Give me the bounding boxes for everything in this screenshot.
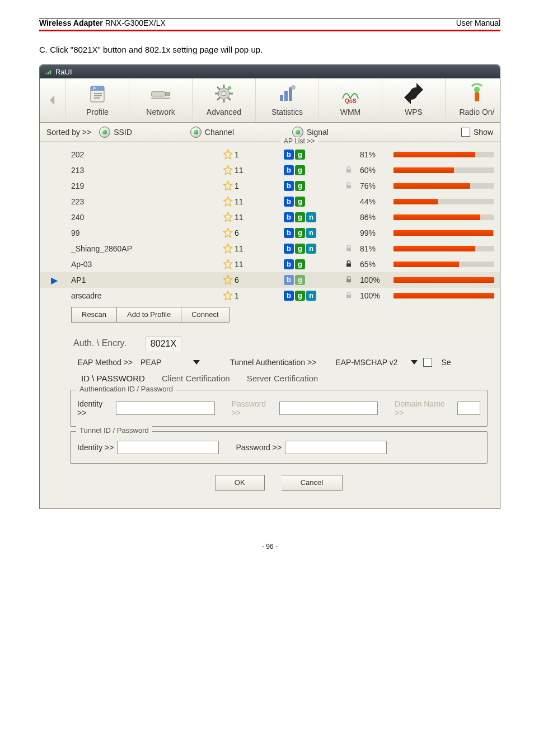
sort-ssid-radio[interactable] (99, 127, 110, 138)
ap-row[interactable]: ▶AP16bg100% (40, 272, 500, 288)
ap-channel: 1 (222, 290, 284, 301)
window-title: RaUI (55, 68, 72, 76)
show-checkbox[interactable] (461, 128, 470, 137)
nav-wps[interactable]: WPS (382, 78, 446, 122)
signal-bar (394, 230, 494, 236)
connect-button[interactable]: Connect (181, 307, 229, 323)
ap-signal-pct: 100% (360, 276, 394, 284)
star-icon (222, 243, 233, 254)
nav-statistics[interactable]: Statistics (256, 78, 319, 122)
nav-radio[interactable]: Radio On/ (446, 78, 508, 122)
star-icon (222, 180, 233, 192)
lock-icon (338, 291, 360, 301)
ap-mode: bg (284, 150, 338, 160)
aplist-legend: AP List >> (280, 137, 318, 145)
subtab-client-cert[interactable]: Client Certification (162, 374, 230, 383)
sorted-by-label: Sorted by >> (46, 128, 91, 137)
svg-rect-5 (94, 97, 100, 99)
sort-signal-radio[interactable] (292, 127, 303, 138)
ap-mode: bg (284, 259, 338, 269)
ap-row[interactable]: Ap-0311bg65% (40, 256, 500, 272)
svg-point-18 (222, 91, 226, 96)
ap-mode: bgn (284, 212, 338, 222)
svg-rect-7 (165, 92, 170, 96)
tab-auth-encry[interactable]: Auth. \ Encry. (69, 336, 131, 351)
profile-icon: P (87, 82, 107, 105)
star-icon (222, 149, 233, 160)
auth-domain-input[interactable] (457, 402, 480, 415)
tunnel-auth-combo[interactable]: EAP-MSCHAP v2 (335, 358, 418, 367)
auth-identity-input[interactable] (116, 402, 214, 415)
ap-row[interactable]: 22311bg44% (40, 194, 500, 209)
back-button[interactable] (40, 78, 66, 122)
ap-row[interactable]: arscadre1bgn100% (40, 288, 500, 304)
tunnel-password-input[interactable] (285, 441, 387, 454)
svg-line-15 (228, 97, 231, 100)
add-profile-button[interactable]: Add to Profile (117, 307, 181, 323)
ap-ssid: 219 (71, 181, 222, 190)
auth-password-input[interactable] (279, 402, 378, 415)
svg-rect-21 (284, 91, 288, 101)
signal-bar (394, 183, 494, 189)
ap-mode: bg (284, 165, 338, 175)
wps-icon (404, 82, 423, 105)
tunnel-identity-label: Identity >> (77, 443, 114, 452)
svg-point-25 (474, 87, 480, 92)
rescan-button[interactable]: Rescan (71, 307, 117, 323)
ap-row[interactable]: 21311bg60% (40, 162, 500, 178)
tab-8021x[interactable]: 8021X (146, 336, 181, 351)
ap-ssid: 240 (71, 213, 222, 222)
ap-mode: bgn (284, 244, 338, 254)
ap-channel: 1 (222, 149, 284, 160)
nav-network[interactable]: Network (129, 78, 193, 122)
ap-row[interactable]: 2021bg81% (40, 147, 500, 162)
show-label: Show (474, 128, 493, 137)
se-checkbox[interactable] (423, 358, 432, 367)
ap-row[interactable]: 24011bgn86% (40, 209, 500, 225)
subtab-id-password[interactable]: ID \ PASSWORD (81, 374, 145, 383)
tunnel-identity-input[interactable] (117, 441, 219, 454)
ap-ssid: Ap-03 (71, 260, 222, 269)
ap-ssid: 202 (71, 150, 222, 159)
signal-bar (394, 199, 494, 204)
auth-id-pw-legend: Authentication ID / Password (76, 385, 176, 393)
ok-button[interactable]: OK (215, 475, 265, 491)
nav-profile[interactable]: P Profile (66, 78, 129, 122)
auth-password-label: Password >> (232, 399, 276, 417)
tunnel-id-pw-legend: Tunnel ID / Password (76, 426, 152, 435)
lock-icon (338, 244, 360, 254)
chevron-down-icon (193, 360, 200, 365)
cancel-button[interactable]: Cancel (282, 475, 343, 491)
ap-ssid: 99 (71, 228, 222, 237)
ap-mode: bgn (284, 291, 338, 301)
raui-window: RaUI P Profile Network Advanced (39, 64, 500, 509)
signal-bar (394, 214, 494, 220)
sort-signal-label: Signal (307, 128, 329, 137)
sort-channel-radio[interactable] (190, 127, 202, 138)
app-icon (44, 68, 52, 76)
svg-line-16 (217, 97, 220, 100)
ap-row[interactable]: 996bgn99% (40, 225, 500, 241)
subtab-server-cert[interactable]: Server Certification (247, 374, 318, 383)
sort-channel-label: Channel (205, 128, 234, 137)
star-icon (222, 196, 233, 207)
nav-advanced[interactable]: Advanced (193, 78, 256, 122)
ap-row[interactable]: 2191bg76% (40, 178, 500, 194)
signal-bar (394, 277, 494, 283)
star-icon (222, 212, 233, 223)
ap-channel: 11 (222, 196, 284, 207)
nav-wmm[interactable]: QoS WMM (319, 78, 382, 122)
svg-rect-29 (346, 248, 351, 251)
ap-ssid: 213 (71, 166, 222, 175)
se-label: Se (441, 358, 451, 367)
chevron-down-icon (411, 360, 418, 365)
ap-signal-pct: 65% (360, 260, 394, 269)
eap-method-combo[interactable]: PEAP (140, 358, 208, 367)
ap-signal-pct: 76% (360, 181, 394, 190)
signal-bar (394, 152, 494, 157)
ap-row[interactable]: _Shiang_2860AP11bgn81% (40, 241, 500, 256)
star-icon (222, 165, 233, 176)
star-icon (222, 290, 233, 301)
ap-ssid: AP1 (71, 276, 222, 284)
svg-text:QoS: QoS (345, 98, 357, 104)
